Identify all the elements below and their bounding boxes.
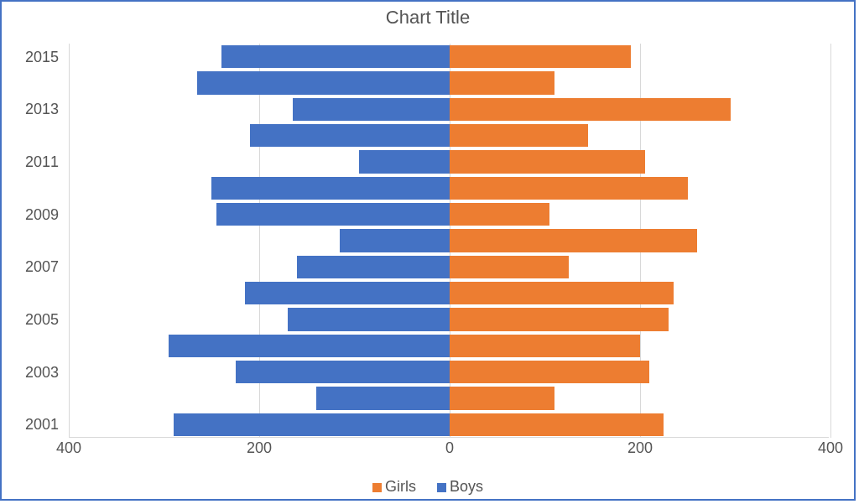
chart-title: Chart Title — [2, 7, 854, 29]
y-tick-label: 2005 — [2, 311, 59, 329]
y-tick-label: 2015 — [2, 48, 59, 65]
bar-girls — [450, 413, 664, 437]
bar-girls — [450, 387, 554, 410]
bar-row — [69, 335, 829, 358]
y-tick-label: 2009 — [2, 205, 59, 223]
bar-boys — [297, 256, 450, 279]
x-tick-label: 400 — [818, 439, 843, 457]
bar-boys — [197, 71, 450, 95]
bar-boys — [174, 413, 450, 437]
y-tick-label: 2007 — [2, 258, 59, 276]
bar-girls — [450, 177, 688, 200]
bar-row — [69, 98, 829, 122]
bar-boys — [211, 177, 450, 200]
bar-row — [69, 150, 829, 174]
bar-row — [69, 229, 829, 252]
chart-frame: Chart Title 2001200320052007200920112013… — [0, 0, 856, 501]
bar-girls — [450, 229, 697, 252]
x-tick-label: 200 — [627, 439, 653, 457]
bar-girls — [450, 308, 669, 331]
bar-girls — [450, 45, 631, 69]
bar-row — [69, 177, 829, 200]
bar-girls — [450, 361, 649, 384]
legend-item-girls: Girls — [372, 478, 416, 496]
bar-row — [69, 203, 829, 226]
bar-boys — [288, 308, 450, 331]
bar-girls — [450, 124, 588, 148]
bar-boys — [359, 150, 450, 174]
bar-row — [69, 308, 829, 331]
y-tick-label: 2001 — [2, 416, 59, 434]
bar-row — [69, 413, 829, 437]
y-tick-label: 2013 — [2, 101, 59, 118]
bar-girls — [450, 256, 569, 279]
y-tick-label: 2003 — [2, 363, 59, 381]
bar-girls — [450, 98, 731, 122]
bar-girls — [450, 203, 549, 226]
x-axis-tick-labels: 4002000200400 — [69, 439, 829, 463]
legend-label-girls: Girls — [385, 478, 416, 495]
legend-swatch-boys — [437, 483, 446, 492]
bar-row — [69, 256, 829, 279]
legend-item-boys: Boys — [437, 478, 483, 496]
legend: Girls Boys — [2, 478, 854, 496]
bar-boys — [169, 335, 450, 358]
x-tick-label: 400 — [56, 439, 81, 457]
bar-boys — [293, 98, 450, 122]
bar-girls — [450, 150, 645, 174]
bar-row — [69, 282, 829, 305]
bar-girls — [450, 335, 640, 358]
legend-swatch-girls — [372, 483, 382, 492]
bar-boys — [245, 282, 450, 305]
bar-boys — [250, 124, 450, 148]
bars-container — [69, 44, 829, 438]
bar-row — [69, 387, 829, 410]
x-axis-line — [69, 437, 829, 438]
bar-row — [69, 124, 829, 148]
plot-area — [69, 44, 829, 438]
bar-boys — [216, 203, 450, 226]
bar-boys — [236, 361, 450, 384]
bar-boys — [316, 387, 450, 410]
bar-girls — [450, 282, 674, 305]
y-tick-label: 2011 — [2, 153, 59, 171]
x-tick-label: 200 — [247, 439, 272, 457]
x-tick-label: 0 — [445, 439, 454, 457]
bar-boys — [340, 229, 450, 252]
bar-girls — [450, 71, 554, 95]
bar-row — [69, 71, 829, 95]
bar-boys — [221, 45, 450, 69]
bar-row — [69, 45, 829, 69]
legend-label-boys: Boys — [450, 478, 483, 495]
y-axis-tick-labels: 20012003200520072009201120132015 — [2, 44, 65, 438]
bar-row — [69, 361, 829, 384]
